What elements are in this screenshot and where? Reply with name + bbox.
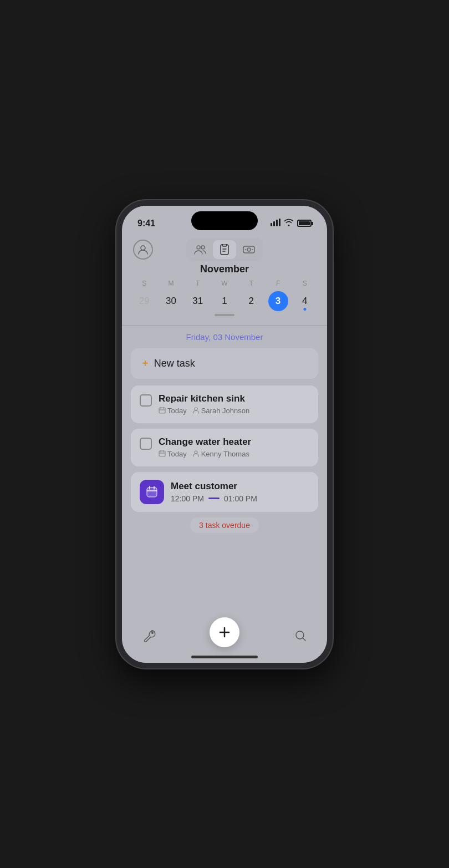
status-icons — [271, 219, 312, 228]
weekday-thu: T — [238, 280, 264, 287]
week-days: S M T W T F S — [131, 280, 318, 287]
battery-icon — [297, 220, 312, 227]
svg-rect-3 — [279, 219, 280, 226]
search-icon[interactable] — [294, 629, 307, 646]
task-title-2: Change water heater — [159, 436, 309, 448]
status-time: 9:41 — [137, 219, 155, 229]
weekday-sat: S — [292, 280, 318, 287]
calendar-handle[interactable] — [215, 314, 234, 316]
new-task-plus-icon: + — [142, 357, 149, 370]
nav-tabs — [186, 238, 263, 261]
wrench-icon[interactable] — [142, 628, 156, 646]
cal-date-2[interactable]: 2 — [238, 291, 264, 312]
event-time-1: 12:00 PM 01:00 PM — [171, 494, 309, 503]
svg-rect-0 — [271, 223, 272, 226]
dynamic-island — [191, 211, 258, 230]
task-checkbox-1[interactable] — [140, 394, 152, 407]
tasks-section: Friday, 03 November + New task Repair ki… — [122, 326, 327, 623]
weekday-fri: F — [264, 280, 291, 287]
svg-rect-25 — [147, 488, 157, 497]
cal-date-30[interactable]: 30 — [157, 291, 184, 312]
cal-date-3[interactable]: 3 — [264, 291, 291, 312]
overdue-badge[interactable]: 3 task overdue — [131, 517, 318, 533]
weekday-mon: M — [157, 280, 184, 287]
cal-date-1[interactable]: 1 — [211, 291, 238, 312]
calendar-meta-icon-2 — [159, 450, 166, 459]
svg-rect-1 — [273, 221, 275, 226]
selected-date: Friday, 03 November — [131, 332, 318, 342]
time-dash — [208, 498, 220, 499]
bottom-nav — [122, 623, 327, 663]
task-checkbox-2[interactable] — [140, 438, 152, 450]
event-title-1: Meet customer — [171, 481, 309, 492]
svg-line-34 — [303, 638, 306, 641]
task-due-1: Today — [159, 407, 187, 415]
svg-rect-20 — [159, 451, 165, 456]
svg-point-33 — [296, 631, 304, 639]
task-meta-2: Today Kenny Thomas — [159, 450, 309, 459]
event-card-1[interactable]: Meet customer 12:00 PM 01:00 PM — [131, 472, 318, 512]
person-meta-icon-1 — [192, 407, 200, 415]
cal-date-29[interactable]: 29 — [131, 291, 157, 312]
event-end-time: 01:00 PM — [224, 494, 257, 503]
svg-point-19 — [195, 408, 197, 410]
task-assignee-1: Sarah Johnson — [192, 407, 249, 415]
svg-point-30 — [151, 632, 154, 634]
task-info-1: Repair kitchen sink To — [159, 393, 309, 415]
task-assignee-name-1: Sarah Johnson — [201, 407, 249, 415]
svg-point-12 — [247, 248, 251, 251]
fab-add-button[interactable] — [210, 617, 239, 647]
svg-point-5 — [197, 246, 200, 249]
screen: 9:41 — [122, 206, 327, 663]
overdue-pill: 3 task overdue — [190, 517, 259, 533]
top-nav — [122, 234, 327, 263]
task-due-label-1: Today — [167, 407, 187, 415]
event-info-1: Meet customer 12:00 PM 01:00 PM — [171, 481, 309, 503]
svg-point-24 — [195, 451, 197, 454]
svg-rect-15 — [159, 408, 165, 413]
nav-tab-team[interactable] — [188, 240, 212, 259]
new-task-button[interactable]: + New task — [131, 348, 318, 379]
svg-rect-2 — [276, 220, 278, 226]
task-due-2: Today — [159, 450, 187, 459]
weekday-tue: T — [185, 280, 211, 287]
nav-tab-money[interactable] — [237, 240, 261, 259]
signal-icon — [271, 219, 280, 228]
calendar-meta-icon-1 — [159, 407, 166, 415]
task-title-1: Repair kitchen sink — [159, 393, 309, 404]
calendar-section: November S M T W T F S 29 30 31 1 2 3 4 — [122, 263, 327, 325]
task-assignee-name-2: Kenny Thomas — [201, 450, 249, 458]
profile-avatar-button[interactable] — [133, 240, 153, 260]
home-indicator — [191, 656, 258, 658]
svg-point-6 — [201, 246, 205, 249]
task-due-label-2: Today — [167, 450, 187, 458]
cal-date-31[interactable]: 31 — [185, 291, 211, 312]
wifi-icon — [284, 219, 294, 228]
cal-date-4[interactable]: 4 — [292, 291, 318, 312]
month-title: November — [131, 263, 318, 275]
event-icon-wrap-1 — [140, 480, 164, 504]
svg-point-4 — [141, 246, 145, 250]
nav-tab-tasks[interactable] — [213, 240, 236, 259]
task-assignee-2: Kenny Thomas — [192, 450, 249, 459]
new-task-label: New task — [154, 358, 195, 369]
status-bar: 9:41 — [122, 206, 327, 234]
weekday-wed: W — [211, 280, 238, 287]
person-meta-icon-2 — [192, 450, 200, 459]
task-card-2[interactable]: Change water heater To — [131, 429, 318, 466]
task-meta-1: Today Sarah Johnson — [159, 407, 309, 415]
svg-rect-8 — [222, 244, 227, 246]
phone-frame: 9:41 — [116, 200, 333, 668]
task-info-2: Change water heater To — [159, 436, 309, 459]
event-start-time: 12:00 PM — [171, 494, 204, 503]
weekday-sun: S — [131, 280, 157, 287]
task-card-1[interactable]: Repair kitchen sink To — [131, 385, 318, 423]
calendar-dates: 29 30 31 1 2 3 4 — [131, 291, 318, 312]
